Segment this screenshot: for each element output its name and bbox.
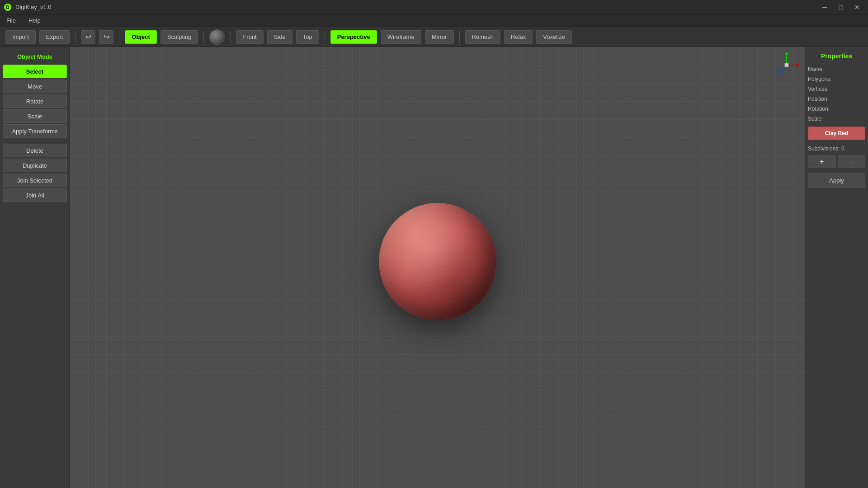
select-button[interactable]: Select xyxy=(3,65,67,78)
position-property: Position: xyxy=(808,95,865,103)
toolbar-separator-3 xyxy=(203,31,204,43)
toolbar-separator-6 xyxy=(459,31,460,43)
polygons-property: Polygons: xyxy=(808,75,865,83)
apply-transforms-button[interactable]: Apply Transforms xyxy=(3,124,67,138)
titlebar-left: D DigiKlay_v1.0 xyxy=(4,3,52,11)
maximize-button[interactable]: □ xyxy=(834,2,848,12)
view-wireframe-button[interactable]: Wireframe xyxy=(381,30,421,44)
viewport[interactable] xyxy=(70,47,805,488)
apply-button[interactable]: Apply xyxy=(808,173,865,188)
svg-point-5 xyxy=(797,64,799,66)
relax-button[interactable]: Relax xyxy=(504,30,533,44)
svg-point-7 xyxy=(778,70,781,73)
menu-file[interactable]: File xyxy=(4,16,19,25)
material-preview-sphere[interactable] xyxy=(209,29,225,45)
svg-text:D: D xyxy=(6,5,9,10)
toolbar-separator-4 xyxy=(230,31,231,43)
import-button[interactable]: Import xyxy=(5,30,36,44)
app-title: DigiKlay_v1.0 xyxy=(15,4,52,10)
main-layout: Object Mode Select Move Rotate Scale App… xyxy=(0,47,868,488)
material-button[interactable]: Clay Red xyxy=(808,127,865,140)
app-icon: D xyxy=(4,3,12,11)
redo-button[interactable]: ↪ xyxy=(99,30,113,44)
duplicate-button[interactable]: Duplicate xyxy=(3,159,67,172)
view-front-button[interactable]: Front xyxy=(236,30,263,44)
clay-sphere-mesh[interactable] xyxy=(379,203,496,320)
vertices-property: Vertices: xyxy=(808,85,865,93)
scale-button[interactable]: Scale xyxy=(3,109,67,123)
subdivision-controls: + - xyxy=(808,155,865,168)
left-divider xyxy=(3,139,67,144)
export-button[interactable]: Export xyxy=(39,30,70,44)
undo-button[interactable]: ↩ xyxy=(81,30,95,44)
toolbar-separator-5 xyxy=(325,31,325,43)
rotate-button[interactable]: Rotate xyxy=(3,94,67,108)
sculpting-mode-button[interactable]: Sculpting xyxy=(160,30,198,44)
menubar: File Help xyxy=(0,14,868,27)
subdivisions-label: Subdivisions: 0 xyxy=(808,144,865,153)
remesh-button[interactable]: Remesh xyxy=(465,30,500,44)
svg-rect-8 xyxy=(785,63,788,67)
scale-property: Scale: xyxy=(808,115,865,123)
minimize-button[interactable]: ─ xyxy=(817,2,832,12)
svg-point-3 xyxy=(785,52,788,55)
view-side-button[interactable]: Side xyxy=(267,30,292,44)
view-mirror-button[interactable]: Mirror xyxy=(425,30,454,44)
properties-title: Properties xyxy=(808,51,865,63)
window-controls: ─ □ ✕ xyxy=(817,2,864,12)
join-all-button[interactable]: Join All xyxy=(3,188,67,202)
voxelize-button[interactable]: Voxelize xyxy=(536,30,571,44)
toolbar: Import Export ↩ ↪ Object Sculpting Front… xyxy=(0,27,868,47)
titlebar: D DigiKlay_v1.0 ─ □ ✕ xyxy=(0,0,868,14)
add-subdivision-button[interactable]: + xyxy=(808,155,836,168)
move-button[interactable]: Move xyxy=(3,80,67,93)
object-mode-button[interactable]: Object xyxy=(125,30,156,44)
join-selected-button[interactable]: Join Selected xyxy=(3,174,67,187)
name-property: Name: xyxy=(808,65,865,73)
left-panel: Object Mode Select Move Rotate Scale App… xyxy=(0,47,70,488)
delete-button[interactable]: Delete xyxy=(3,144,67,157)
view-top-button[interactable]: Top xyxy=(296,30,319,44)
viewport-background xyxy=(70,47,805,488)
remove-subdivision-button[interactable]: - xyxy=(838,155,866,168)
toolbar-separator xyxy=(75,31,75,43)
view-gizmo[interactable] xyxy=(773,52,800,79)
view-perspective-button[interactable]: Perspective xyxy=(330,30,377,44)
object-mode-label: Object Mode xyxy=(3,51,67,65)
close-button[interactable]: ✕ xyxy=(850,2,864,12)
rotation-property: Rotation: xyxy=(808,105,865,113)
menu-help[interactable]: Help xyxy=(26,16,43,25)
right-panel: Properties Name: Polygons: Vertices: Pos… xyxy=(805,47,868,488)
toolbar-separator-2 xyxy=(119,31,119,43)
